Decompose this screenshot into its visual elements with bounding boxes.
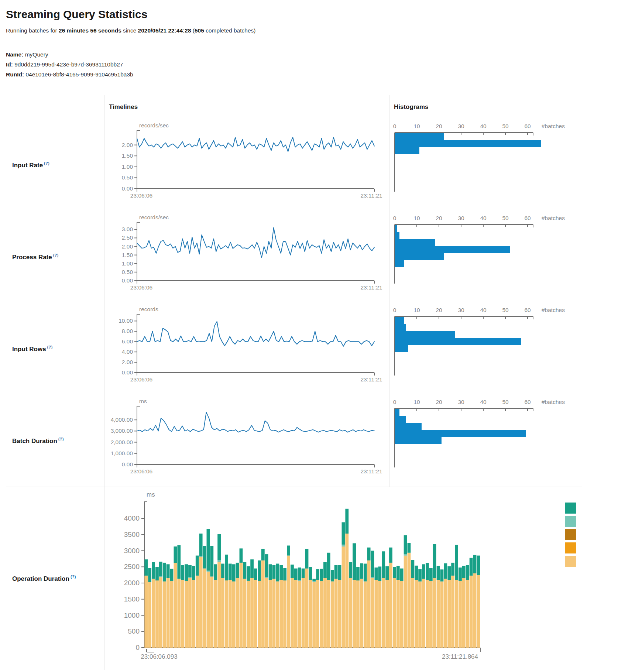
summary-suffix: completed batches) [204, 27, 256, 34]
svg-text:1.50: 1.50 [122, 252, 133, 258]
svg-text:60: 60 [524, 215, 531, 221]
input-rate-histogram-chart: 0102030405060#batches [389, 119, 582, 211]
svg-text:1.00: 1.00 [122, 164, 133, 170]
legend-swatch [565, 542, 576, 553]
histograms-column-header: Histograms [389, 95, 582, 119]
svg-text:ms: ms [147, 491, 155, 498]
svg-text:4.00: 4.00 [122, 349, 133, 355]
svg-text:1.50: 1.50 [122, 152, 133, 159]
batch-duration-help-icon[interactable]: (?) [58, 437, 64, 441]
batch-duration-timeline-chart: ms0.001,000.002,000.003,000.004,000.0023… [104, 395, 389, 487]
svg-text:#batches: #batches [542, 123, 565, 129]
svg-text:23:11:21.864: 23:11:21.864 [442, 653, 478, 660]
input-rate-timeline-chart: records/sec0.000.501.001.502.0023:06:062… [104, 119, 389, 211]
svg-text:0.50: 0.50 [122, 269, 133, 275]
svg-text:0: 0 [393, 399, 396, 405]
operation-duration-help-icon[interactable]: (?) [71, 575, 76, 579]
input-rows-timeline-chart: records0.002.004.006.008.0010.0023:06:06… [104, 303, 389, 395]
svg-text:60: 60 [524, 307, 531, 313]
svg-text:40: 40 [480, 123, 487, 129]
summary-mid: since [121, 27, 138, 34]
legend-swatch [565, 529, 576, 540]
svg-text:30: 30 [458, 215, 464, 221]
svg-text:2,000.00: 2,000.00 [111, 439, 133, 445]
name-value: myQuery [25, 51, 48, 58]
input-rows-help-icon[interactable]: (?) [47, 345, 53, 349]
row-label-batch-duration: Batch Duration(?) [6, 395, 104, 487]
table-header-row: Timelines Histograms [6, 95, 582, 119]
query-runid-line: RunId: 04e101e6-8bf8-4165-9099-9104c951b… [6, 69, 619, 79]
svg-text:10: 10 [413, 215, 420, 221]
svg-text:23:06:06: 23:06:06 [130, 376, 152, 383]
svg-text:23:11:21: 23:11:21 [360, 192, 382, 199]
svg-text:#batches: #batches [542, 307, 565, 313]
corner-cell [6, 95, 104, 119]
svg-text:#batches: #batches [542, 215, 565, 221]
svg-text:50: 50 [502, 307, 509, 313]
summary-duration: 26 minutes 56 seconds [59, 27, 121, 34]
svg-text:0.50: 0.50 [122, 174, 133, 181]
table-row: Process Rate(?) records/sec0.000.501.001… [6, 211, 582, 303]
summary-prefix: Running batches for [6, 27, 59, 34]
svg-text:0.00: 0.00 [122, 369, 133, 376]
row-label-input-rate: Input Rate(?) [6, 119, 104, 211]
svg-text:2.00: 2.00 [122, 243, 133, 250]
svg-text:0.00: 0.00 [122, 185, 133, 192]
svg-text:ms: ms [139, 398, 147, 404]
svg-text:#batches: #batches [542, 399, 565, 405]
process-rate-timeline-chart: records/sec0.000.501.001.502.002.503.002… [104, 211, 389, 303]
process-rate-histogram-chart: 0102030405060#batches [389, 211, 582, 303]
svg-text:3000: 3000 [124, 547, 140, 555]
process-rate-label: Process Rate [12, 254, 52, 261]
svg-text:1000: 1000 [124, 611, 140, 619]
svg-text:2.50: 2.50 [122, 234, 133, 241]
input-rows-histogram-chart: 0102030405060#batches [389, 303, 582, 395]
svg-text:10: 10 [413, 399, 420, 405]
svg-text:40: 40 [480, 307, 487, 313]
timelines-column-header: Timelines [104, 95, 389, 119]
legend-swatch [565, 516, 576, 527]
svg-text:2.00: 2.00 [122, 142, 133, 148]
svg-text:0: 0 [393, 307, 396, 313]
page-title: Streaming Query Statistics [6, 8, 619, 21]
legend-swatch [565, 556, 576, 567]
process-rate-help-icon[interactable]: (?) [53, 253, 59, 257]
svg-text:30: 30 [458, 307, 464, 313]
table-row: Operation Duration(?) ms0500100015002000… [6, 487, 582, 670]
row-label-process-rate: Process Rate(?) [6, 211, 104, 303]
input-rate-help-icon[interactable]: (?) [44, 161, 49, 165]
svg-text:23:06:06.093: 23:06:06.093 [141, 653, 177, 660]
svg-text:records: records [139, 306, 158, 312]
svg-text:40: 40 [480, 215, 487, 221]
svg-text:23:06:06: 23:06:06 [130, 192, 152, 199]
svg-text:2500: 2500 [124, 563, 140, 570]
runid-value: 04e101e6-8bf8-4165-9099-9104c951ba3b [25, 71, 133, 78]
svg-text:0: 0 [393, 215, 396, 221]
statistics-table: Timelines Histograms Input Rate(?) recor… [6, 95, 582, 670]
id-value: 9d0dd219-995d-423e-b97d-36931110bb27 [14, 61, 123, 68]
legend-swatch [565, 503, 576, 514]
summary-paren: ( [191, 27, 195, 34]
svg-text:50: 50 [502, 399, 509, 405]
query-name-line: Name: myQuery [6, 49, 619, 59]
batch-duration-label: Batch Duration [12, 438, 57, 445]
svg-text:23:06:06: 23:06:06 [130, 284, 152, 291]
svg-text:records/sec: records/sec [139, 214, 169, 220]
svg-text:3.00: 3.00 [122, 226, 133, 232]
row-label-operation-duration: Operation Duration(?) [6, 487, 104, 670]
svg-text:records/sec: records/sec [139, 122, 169, 128]
svg-text:6.00: 6.00 [122, 338, 133, 344]
svg-text:0.00: 0.00 [122, 461, 133, 467]
svg-text:20: 20 [436, 123, 442, 129]
svg-text:60: 60 [524, 123, 531, 129]
svg-text:20: 20 [436, 307, 442, 313]
query-meta: Name: myQuery Id: 9d0dd219-995d-423e-b97… [6, 49, 619, 79]
svg-text:10: 10 [413, 307, 420, 313]
svg-text:23:11:21: 23:11:21 [360, 376, 382, 383]
input-rate-label: Input Rate [12, 162, 43, 169]
input-rows-label: Input Rows [12, 346, 46, 353]
svg-text:60: 60 [524, 399, 531, 405]
svg-text:50: 50 [502, 123, 509, 129]
svg-text:10.00: 10.00 [119, 318, 133, 324]
svg-text:3500: 3500 [124, 531, 140, 538]
